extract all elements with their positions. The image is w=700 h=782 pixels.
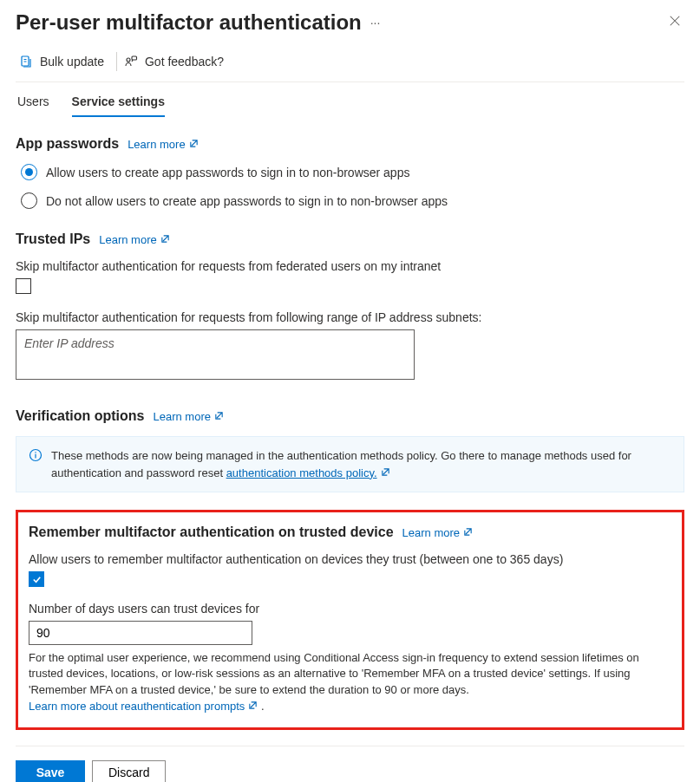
external-link-icon [381,465,390,482]
skip-federated-label: Skip multifactor authentication for requ… [16,259,684,273]
radio-deny-label: Do not allow users to create app passwor… [46,194,448,208]
days-input[interactable] [29,621,252,645]
verification-info-box: These methods are now being managed in t… [16,436,684,492]
section-trusted-ips: Trusted IPs Learn more [16,231,684,247]
toolbar-divider [116,52,117,71]
page-title: Per-user multifactor authentication [16,10,362,35]
external-link-icon [214,410,224,423]
app-passwords-heading: App passwords [16,136,119,152]
more-actions-button[interactable]: ··· [370,16,381,29]
learn-more-app-passwords[interactable]: Learn more [128,138,198,151]
tab-users[interactable]: Users [17,94,49,117]
footer-buttons: Save Discard [16,760,684,782]
svg-rect-2 [132,56,137,60]
tabs: Users Service settings [16,94,684,117]
save-button[interactable]: Save [16,760,85,782]
close-icon [669,15,681,29]
remember-help-text: For the optimal user experience, we reco… [29,651,639,697]
checkbox-skip-federated[interactable] [16,278,31,294]
tab-service-settings[interactable]: Service settings [72,94,165,117]
toolbar: Bulk update Got feedback? [16,43,684,82]
external-link-icon [463,526,473,539]
section-remember: Remember multifactor authentication on t… [29,525,671,540]
skip-subnets-label: Skip multifactor authentication for requ… [16,310,684,324]
auth-methods-policy-link[interactable]: authentication methods policy. [226,465,390,482]
remember-allow-label: Allow users to remember multifactor auth… [29,552,671,566]
bulk-update-label: Bulk update [40,55,104,68]
checkmark-icon [31,574,43,585]
learn-more-trusted-ips[interactable]: Learn more [99,233,169,246]
remember-heading: Remember multifactor authentication on t… [29,525,394,540]
section-app-passwords: App passwords Learn more [16,136,684,152]
close-button[interactable] [665,11,684,34]
external-link-icon [160,233,170,246]
feedback-label: Got feedback? [145,55,224,68]
person-feedback-icon [124,55,138,68]
header: Per-user multifactor authentication ··· [16,10,684,35]
radio-deny-app-passwords[interactable] [21,192,37,209]
app-passwords-radio-group: Allow users to create app passwords to s… [16,164,684,209]
discard-button[interactable]: Discard [92,760,166,782]
remember-mfa-highlight: Remember multifactor authentication on t… [16,510,684,730]
radio-allow-app-passwords[interactable] [21,164,37,180]
checkbox-remember-mfa[interactable] [29,571,44,587]
footer-divider [16,746,684,746]
learn-more-remember[interactable]: Learn more [402,526,473,539]
external-link-icon [189,138,199,151]
reauth-prompts-link[interactable]: Learn more about reauthentication prompt… [29,699,258,715]
trusted-ips-heading: Trusted IPs [16,231,90,247]
svg-point-1 [127,58,130,62]
upload-icon [19,55,33,68]
learn-more-verification[interactable]: Learn more [153,410,223,423]
verification-heading: Verification options [16,408,144,424]
info-icon [29,448,43,481]
days-label: Number of days users can trust devices f… [29,602,671,616]
feedback-button[interactable]: Got feedback? [122,55,236,68]
ip-address-input[interactable] [16,329,415,380]
external-link-icon [248,699,258,715]
bulk-update-button[interactable]: Bulk update [17,55,116,68]
radio-allow-label: Allow users to create app passwords to s… [46,166,409,179]
section-verification: Verification options Learn more [16,408,684,424]
